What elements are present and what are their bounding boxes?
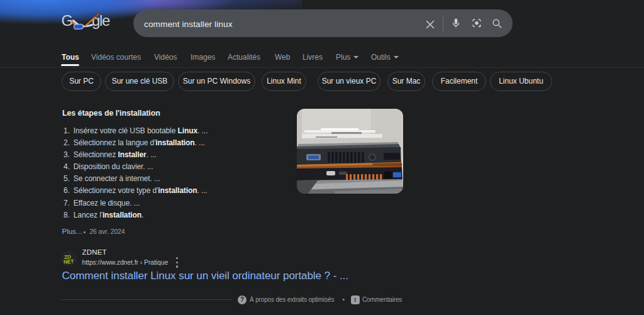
svg-text:NET: NET — [64, 258, 74, 265]
